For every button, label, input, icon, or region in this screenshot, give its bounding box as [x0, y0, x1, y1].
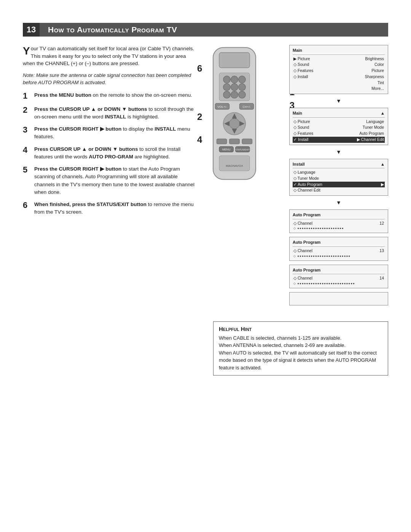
step-6-content: When finished, press the STATUS/EXIT but… [34, 201, 195, 216]
svg-rect-22 [217, 139, 227, 144]
right-column: Main ▶ PictureBrightness ◇ SoundColor ◇ … [289, 45, 388, 305]
menu-screen-3: Install ▲ ◇ Language ◇ Tuner Mode ✓ Auto… [289, 159, 388, 196]
svg-text:STATUS/EXIT: STATUS/EXIT [235, 149, 250, 151]
svg-rect-1 [219, 53, 250, 68]
menu-screen-2: Main ▲ ◇ PictureLanguage ◇ SoundTuner Mo… [289, 108, 388, 145]
svg-point-6 [223, 83, 231, 91]
step-1-content: Press the MENU button on the remote to s… [34, 91, 192, 99]
hint-line-2: When ANTENNA is selected, channels 2-69 … [219, 342, 382, 349]
step-label-4: 4 [197, 134, 202, 145]
steps-list: 1 Press the MENU button on the remote to… [23, 91, 195, 216]
menu-screen-4: Auto Program ◇ Channel12 ◇ ●●●●●●●●●●●●●… [289, 209, 388, 233]
svg-point-9 [223, 91, 231, 98]
svg-point-17 [229, 118, 240, 129]
step-5: 5 Press the CURSOR RIGHT ▶ button to sta… [23, 165, 195, 196]
remote-container: CH+/- VOL+/- [204, 45, 288, 187]
svg-point-7 [231, 83, 238, 91]
step-5-content: Press the CURSOR RIGHT ▶ button to start… [34, 165, 195, 196]
helpful-hint-box: Helpful Hint When CABLE is selected, cha… [213, 321, 388, 376]
step-2: 2 Press the CURSOR UP ▲ or DOWN ▼ button… [23, 105, 195, 121]
main-layout: Your TV can automatically set itself for… [23, 45, 388, 305]
svg-rect-29 [219, 156, 250, 171]
remote-svg: CH+/- VOL+/- [204, 45, 265, 187]
step-3: 3 Press the CURSOR RIGHT ▶ button to dis… [23, 125, 195, 141]
arrow-down-3: ▼ [289, 200, 388, 206]
svg-point-11 [239, 91, 246, 98]
remote-illustration-area: CH+/- VOL+/- [204, 45, 280, 305]
helpful-hint-area: Helpful Hint When CABLE is selected, cha… [23, 315, 388, 376]
svg-point-10 [231, 91, 238, 98]
arrow-down-2: ▼ [289, 149, 388, 155]
svg-point-8 [239, 83, 246, 91]
left-column: Your TV can automatically set itself for… [23, 45, 195, 305]
svg-text:CH+/-: CH+/- [242, 105, 250, 109]
step-3-content: Press the CURSOR RIGHT ▶ button to displ… [34, 125, 195, 141]
step-6: 6 When finished, press the STATUS/EXIT b… [23, 201, 195, 216]
hint-line-3: When AUTO is selected, the TV will autom… [219, 349, 382, 372]
arrow-down-1: ▼ [289, 98, 388, 104]
svg-text:VOL+/-: VOL+/- [217, 105, 227, 109]
drop-cap: Y [23, 46, 30, 56]
svg-point-4 [231, 76, 238, 83]
step-2-content: Press the CURSOR UP ▲ or DOWN ▼ buttons … [34, 105, 195, 121]
page-header: 13 How to Automatically Program TV [23, 23, 388, 37]
step-1: 1 Press the MENU button on the remote to… [23, 91, 195, 101]
menu-screen-1: Main ▶ PictureBrightness ◇ SoundColor ◇ … [289, 45, 388, 94]
menu-screen-6: Auto Program ◇ Channel14 ◇ ●●●●●●●●●●●●●… [289, 265, 388, 288]
svg-point-5 [239, 76, 246, 83]
note-text: Note: Make sure the antenna or cable sig… [23, 72, 195, 86]
helpful-hint-title: Helpful Hint [219, 326, 382, 332]
step-label-2: 2 [197, 112, 202, 122]
step-4: 4 Press CURSOR UP ▲ or DOWN ▼ buttons to… [23, 145, 195, 161]
page-title: How to Automatically Program TV [40, 23, 388, 37]
svg-text:MENU: MENU [222, 148, 231, 151]
page-number: 13 [23, 23, 40, 37]
menu-screen-blank [289, 292, 388, 305]
intro-text: our TV can automatically set itself for … [23, 46, 194, 66]
svg-text:MAGNAVOX: MAGNAVOX [226, 164, 243, 168]
svg-rect-24 [242, 139, 252, 144]
menu-screen-5: Auto Program ◇ Channel13 ◇ ●●●●●●●●●●●●●… [289, 237, 388, 260]
step-label-6: 6 [197, 63, 202, 74]
svg-point-3 [223, 76, 231, 83]
hint-line-1: When CABLE is selected, channels 1-125 a… [219, 334, 382, 342]
step-4-content: Press CURSOR UP ▲ or DOWN ▼ buttons to s… [34, 145, 195, 161]
intro-paragraph: Your TV can automatically set itself for… [23, 45, 195, 67]
helpful-hint-body: When CABLE is selected, channels 1-125 a… [219, 334, 382, 372]
svg-rect-23 [229, 139, 240, 144]
